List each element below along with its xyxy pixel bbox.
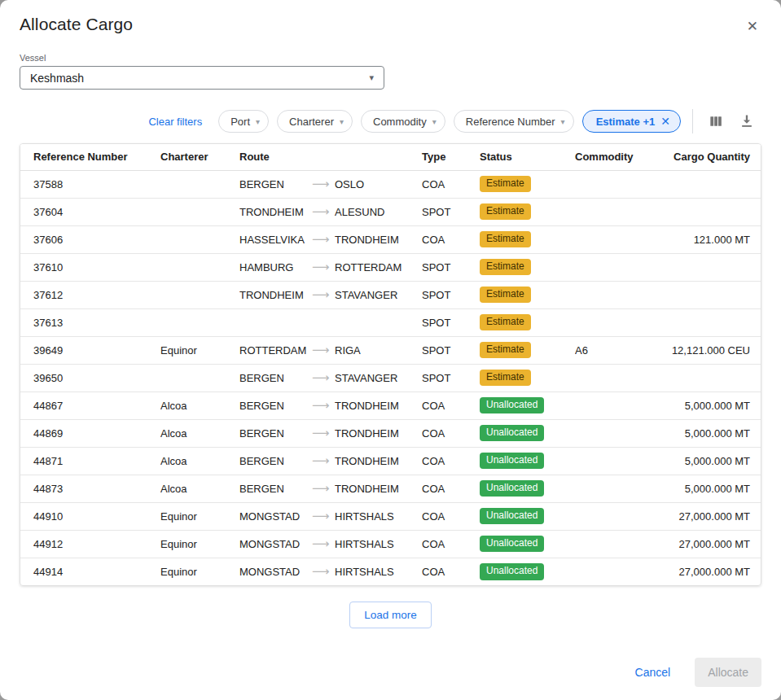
route-cell: MONGSTAD ⟶ HIRTSHALS [239, 530, 422, 558]
column-header-route: Route [239, 144, 422, 170]
commodity-cell: A6 [575, 336, 656, 364]
allocate-cargo-dialog: Allocate Cargo ✕ Vessel Keshmash ▾ Clear… [0, 0, 781, 700]
route-origin: BERGEN [239, 483, 312, 495]
filter-chip-label: Reference Number [466, 116, 555, 128]
route-origin: ROTTERDAM [239, 344, 312, 357]
table-row[interactable]: 39649 Equinor ROTTERDAM ⟶ RIGA SPOT Esti… [20, 336, 761, 364]
chevron-down-icon: ▾ [340, 117, 344, 126]
type-cell: COA [422, 558, 480, 585]
cargo-quantity-cell [656, 253, 761, 281]
route-arrow-icon: ⟶ [312, 260, 335, 274]
filter-chip-commodity[interactable]: Commodity ▾ [361, 110, 445, 133]
status-cell: Unallocated [480, 392, 575, 419]
charterer-cell: Equinor [160, 558, 239, 585]
cargo-quantity-cell [656, 364, 761, 392]
type-cell: COA [422, 392, 480, 419]
route-origin: MONGSTAD [239, 538, 312, 550]
route-origin: HASSELVIKA [239, 234, 312, 246]
route-origin: BERGEN [239, 178, 312, 190]
table-row[interactable]: 44869 Alcoa BERGEN ⟶ TRONDHEIM COA Unall… [20, 419, 761, 447]
filter-chip-reference-number[interactable]: Reference Number ▾ [454, 110, 574, 133]
reference-number-cell: 39649 [20, 336, 160, 364]
filter-chip-charterer[interactable]: Charterer ▾ [277, 110, 353, 133]
status-badge: Unallocated [480, 536, 544, 553]
status-badge: Estimate [480, 259, 531, 276]
load-more-container: Load more [20, 602, 761, 628]
table-row[interactable]: 37612 TRONDHEIM ⟶ STAVANGER SPOT Estimat… [20, 281, 761, 308]
status-cell: Estimate [480, 281, 575, 308]
table-row[interactable]: 39650 BERGEN ⟶ STAVANGER SPOT Estimate [20, 364, 761, 392]
commodity-cell [575, 530, 656, 558]
close-icon[interactable]: ✕ [744, 16, 761, 37]
load-more-button[interactable]: Load more [349, 602, 432, 628]
table-row[interactable]: 37610 HAMBURG ⟶ ROTTERDAM SPOT Estimate [20, 253, 761, 281]
route-arrow-icon: ⟶ [312, 343, 335, 357]
cancel-button[interactable]: Cancel [627, 659, 679, 685]
route-cell: BERGEN ⟶ TRONDHEIM [239, 447, 422, 475]
filter-chip-estimate-active[interactable]: Estimate +1 ✕ [582, 110, 681, 133]
route-arrow-icon: ⟶ [312, 481, 335, 496]
route-arrow-icon: ⟶ [312, 536, 335, 551]
reference-number-cell: 44869 [20, 419, 160, 447]
route-origin: MONGSTAD [239, 510, 312, 523]
status-badge: Estimate [480, 342, 531, 359]
cargo-quantity-cell: 5,000.000 MT [656, 447, 761, 475]
type-cell: COA [422, 447, 480, 475]
status-badge: Estimate [480, 314, 531, 331]
reference-number-cell: 37588 [20, 170, 160, 198]
remove-filter-icon[interactable]: ✕ [660, 116, 670, 127]
cargo-quantity-cell: 27,000.000 MT [656, 502, 761, 530]
charterer-cell [160, 253, 239, 281]
cargo-table: Reference Number Charterer Route Type St… [20, 144, 761, 585]
charterer-cell [160, 281, 239, 308]
route-origin: TRONDHEIM [239, 289, 312, 301]
download-icon[interactable] [735, 110, 758, 133]
route-arrow-icon: ⟶ [312, 370, 335, 385]
type-cell: COA [422, 475, 480, 502]
cargo-quantity-cell [656, 308, 761, 336]
table-row[interactable]: 44914 Equinor MONGSTAD ⟶ HIRTSHALS COA U… [20, 558, 761, 585]
cargo-quantity-cell: 5,000.000 MT [656, 419, 761, 447]
dialog-footer: Cancel Allocate [20, 658, 761, 693]
allocate-button[interactable]: Allocate [695, 658, 761, 687]
table-row[interactable]: 37613 SPOT Estimate [20, 308, 761, 336]
route-arrow-icon: ⟶ [312, 232, 335, 247]
cargo-quantity-cell [656, 170, 761, 198]
table-row[interactable]: 37604 TRONDHEIM ⟶ ALESUND SPOT Estimate [20, 198, 761, 225]
type-cell: SPOT [422, 281, 480, 308]
status-badge: Unallocated [480, 453, 544, 470]
route-destination: HIRTSHALS [335, 566, 394, 578]
table-row[interactable]: 44912 Equinor MONGSTAD ⟶ HIRTSHALS COA U… [20, 530, 761, 558]
column-header-cargo-quantity: Cargo Quantity [656, 144, 761, 170]
table-row[interactable]: 44871 Alcoa BERGEN ⟶ TRONDHEIM COA Unall… [20, 447, 761, 475]
route-arrow-icon: ⟶ [312, 287, 335, 302]
chevron-down-icon: ▾ [561, 117, 565, 126]
route-cell: HASSELVIKA ⟶ TRONDHEIM [239, 225, 422, 253]
route-destination: TRONDHEIM [335, 234, 399, 246]
type-cell: COA [422, 530, 480, 558]
chevron-down-icon: ▾ [256, 117, 260, 126]
reference-number-cell: 44871 [20, 447, 160, 475]
route-origin: BERGEN [239, 400, 312, 412]
table-row[interactable]: 37588 BERGEN ⟶ OSLO COA Estimate [20, 170, 761, 198]
columns-icon[interactable] [704, 110, 727, 133]
route-origin: BERGEN [239, 372, 312, 384]
clear-filters-link[interactable]: Clear filters [148, 116, 202, 128]
route-cell: BERGEN ⟶ TRONDHEIM [239, 475, 422, 502]
route-origin: BERGEN [239, 455, 312, 467]
table-row[interactable]: 37606 HASSELVIKA ⟶ TRONDHEIM COA Estimat… [20, 225, 761, 253]
table-row[interactable]: 44873 Alcoa BERGEN ⟶ TRONDHEIM COA Unall… [20, 475, 761, 502]
status-cell: Unallocated [480, 419, 575, 447]
cargo-quantity-cell: 27,000.000 MT [656, 558, 761, 585]
table-row[interactable]: 44867 Alcoa BERGEN ⟶ TRONDHEIM COA Unall… [20, 392, 761, 419]
route-destination: TRONDHEIM [335, 455, 399, 467]
charterer-cell [160, 364, 239, 392]
filter-chip-label: Port [230, 116, 250, 128]
reference-number-cell: 37613 [20, 308, 160, 336]
route-destination: STAVANGER [335, 372, 397, 384]
charterer-cell [160, 170, 239, 198]
table-row[interactable]: 44910 Equinor MONGSTAD ⟶ HIRTSHALS COA U… [20, 502, 761, 530]
filter-chip-port[interactable]: Port ▾ [218, 110, 269, 133]
vessel-select[interactable]: Keshmash ▾ [20, 66, 384, 90]
charterer-cell: Alcoa [160, 392, 239, 419]
